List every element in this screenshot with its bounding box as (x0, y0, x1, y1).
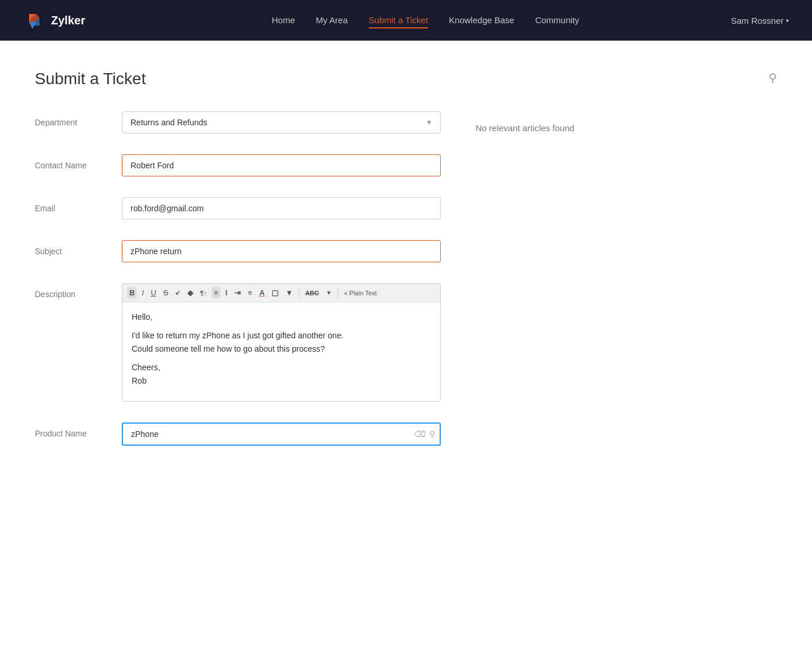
toolbar-indent-button[interactable]: ⇥ (232, 287, 243, 298)
toolbar-abc-dropdown[interactable]: ▼ (324, 288, 334, 297)
toolbar-more-button[interactable]: ▼ (283, 287, 295, 298)
nav-item-submit-ticket[interactable]: Submit a Ticket (369, 15, 429, 26)
brand[interactable]: Zylker (23, 9, 85, 31)
toolbar-abc-button[interactable]: ABC (303, 288, 321, 298)
form-layout: Department Returns and Refunds Technical… (35, 111, 777, 467)
product-name-label: Product Name (35, 422, 104, 440)
product-name-field: ⌫ ⚲ (122, 422, 441, 446)
product-name-input[interactable] (122, 422, 441, 446)
brand-name: Zylker (51, 14, 85, 27)
editor-toolbar: B I U S ↙ ◆ ¶↑ ≡ ⁞ ⇥ ≡ A ▢ (122, 284, 440, 302)
clear-input-icon[interactable]: ⌫ (414, 429, 426, 439)
department-select-wrapper: Returns and Refunds Technical Support Bi… (122, 111, 441, 133)
toolbar-strike-button[interactable]: S (161, 287, 171, 298)
subject-input[interactable] (122, 240, 441, 262)
toolbar-separator-2 (338, 288, 338, 298)
logo-icon (23, 9, 45, 31)
nav-item-community[interactable]: Community (535, 15, 579, 26)
editor-body[interactable]: Hello, I'd like to return my zPhone as I… (122, 302, 440, 401)
nav-link-home[interactable]: Home (272, 15, 295, 25)
search-icon[interactable]: ⚲ (768, 71, 777, 85)
contact-name-label: Contact Name (35, 154, 104, 172)
nav-item-knowledge-base[interactable]: Knowledge Base (449, 15, 514, 26)
sidebar-section: No relevant articles found (476, 111, 777, 467)
email-field (122, 197, 441, 219)
nav-links: Home My Area Submit a Ticket Knowledge B… (120, 15, 731, 26)
page-title: Submit a Ticket (35, 70, 777, 88)
subject-row: Subject (35, 240, 441, 262)
toolbar-bold-button[interactable]: B (127, 287, 137, 298)
user-menu[interactable]: Sam Rossner ▾ (731, 16, 789, 26)
department-field: Returns and Refunds Technical Support Bi… (122, 111, 441, 133)
toolbar-plain-text-button[interactable]: « Plain Text (342, 288, 379, 298)
no-articles-text: No relevant articles found (476, 123, 777, 133)
email-label: Email (35, 197, 104, 215)
product-name-row: Product Name ⌫ ⚲ (35, 422, 441, 446)
description-field: B I U S ↙ ◆ ¶↑ ≡ ⁞ ⇥ ≡ A ▢ (122, 283, 441, 402)
toolbar-align-left-button[interactable]: ≡ (212, 287, 221, 298)
description-row: Description B I U S ↙ ◆ ¶↑ ≡ ⁞ (35, 283, 441, 402)
toolbar-outdent-button[interactable]: ↙ (173, 288, 183, 298)
toolbar-font-color-button[interactable]: A (257, 287, 267, 298)
search-product-icon[interactable]: ⚲ (429, 429, 435, 439)
user-name: Sam Rossner (731, 16, 784, 26)
user-menu-chevron-icon: ▾ (786, 17, 789, 24)
subject-field (122, 240, 441, 262)
subject-label: Subject (35, 240, 104, 258)
product-input-icons: ⌫ ⚲ (414, 429, 435, 439)
contact-name-input[interactable] (122, 154, 441, 176)
email-row: Email (35, 197, 441, 219)
toolbar-para-button[interactable]: ¶↑ (198, 288, 209, 298)
navbar: Zylker Home My Area Submit a Ticket Know… (0, 0, 812, 41)
contact-name-field (122, 154, 441, 176)
email-input[interactable] (122, 197, 441, 219)
toolbar-italic-button[interactable]: I (139, 287, 146, 298)
nav-link-community[interactable]: Community (535, 15, 579, 25)
toolbar-center-button[interactable]: ≡ (245, 287, 255, 298)
nav-link-submit-ticket[interactable]: Submit a Ticket (369, 15, 429, 28)
toolbar-highlight-button[interactable]: ◆ (185, 287, 195, 298)
nav-item-my-area[interactable]: My Area (316, 15, 348, 26)
nav-link-knowledge-base[interactable]: Knowledge Base (449, 15, 514, 25)
department-label: Department (35, 111, 104, 129)
nav-item-home[interactable]: Home (272, 15, 295, 26)
toolbar-image-button[interactable]: ▢ (269, 287, 281, 298)
department-row: Department Returns and Refunds Technical… (35, 111, 441, 133)
editor-container: B I U S ↙ ◆ ¶↑ ≡ ⁞ ⇥ ≡ A ▢ (122, 283, 441, 402)
toolbar-list-button[interactable]: ⁞ (223, 287, 230, 298)
contact-name-row: Contact Name (35, 154, 441, 176)
toolbar-underline-button[interactable]: U (148, 287, 158, 298)
product-input-wrapper: ⌫ ⚲ (122, 422, 441, 446)
description-label: Description (35, 283, 104, 301)
toolbar-separator (299, 288, 299, 298)
main-content: Submit a Ticket ⚲ Department Returns and… (0, 41, 812, 661)
nav-link-my-area[interactable]: My Area (316, 15, 348, 25)
department-select[interactable]: Returns and Refunds Technical Support Bi… (122, 111, 441, 133)
form-section: Department Returns and Refunds Technical… (35, 111, 441, 467)
